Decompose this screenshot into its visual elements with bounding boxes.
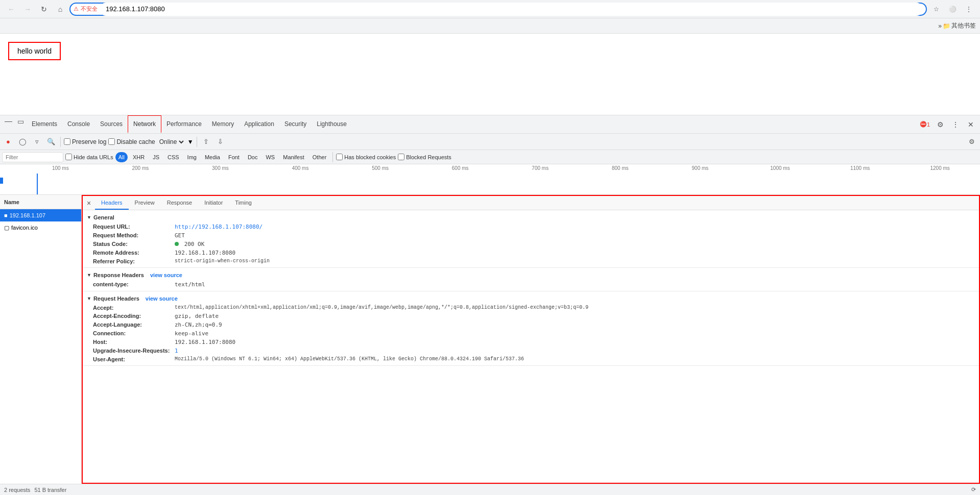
network-settings-btn[interactable]: ⚙ — [966, 136, 978, 148]
referrer-policy-label: Referrer Policy: — [93, 258, 175, 264]
upgrade-insecure-label: Upgrade-Insecure-Requests: — [93, 348, 175, 354]
bookmark-icon[interactable]: ☆ — [929, 2, 943, 16]
file-item-main[interactable]: ■ 192.168.1.107 — [0, 209, 81, 221]
tab-lighthouse[interactable]: Lighthouse — [312, 115, 352, 133]
filter-js-btn[interactable]: JS — [150, 152, 162, 162]
settings-btn[interactable]: ⚙ — [933, 117, 947, 132]
file-list: Name ■ 192.168.1.107 ▢ favicon.ico — [0, 195, 82, 484]
timeline-label-6: 700 ms — [500, 165, 580, 171]
tab-console[interactable]: Console — [62, 115, 95, 133]
filter-img-btn[interactable]: Img — [184, 152, 200, 162]
detail-tab-timing[interactable]: Timing — [229, 196, 258, 210]
detail-tab-response[interactable]: Response — [161, 196, 199, 210]
devtools-panel: ⸻ ▭ Elements Console Sources Network Per… — [0, 115, 980, 495]
general-section-title: General — [87, 212, 975, 222]
browser-toolbar: ← → ↻ ⌂ ⚠ 不安全 ☆ ⚪ ⋮ — [0, 0, 980, 18]
accept-language-value: zh-CN,zh;q=0.9 — [175, 321, 222, 328]
general-section: General Request URL: http://192.168.1.10… — [83, 210, 979, 268]
timeline-label-5: 600 ms — [420, 165, 500, 171]
has-blocked-label[interactable]: Has blocked cookies — [336, 154, 396, 160]
close-devtools-btn[interactable]: ✕ — [964, 117, 978, 132]
content-type-row: content-type: text/html — [87, 280, 975, 289]
blocked-requests-text: Blocked Requests — [406, 154, 451, 160]
tab-elements[interactable]: Elements — [27, 115, 62, 133]
file-item-favicon[interactable]: ▢ favicon.ico — [0, 221, 81, 234]
tab-sources[interactable]: Sources — [95, 115, 128, 133]
tab-security[interactable]: Security — [279, 115, 312, 133]
clear-btn[interactable]: ◯ — [16, 136, 29, 148]
upgrade-insecure-row: Upgrade-Insecure-Requests: 1 — [87, 346, 975, 355]
transfer-size: 51 B transfer — [34, 487, 66, 493]
detail-content: General Request URL: http://192.168.1.10… — [83, 210, 979, 483]
filter-row: Hide data URLs All XHR JS CSS Img Media … — [0, 150, 980, 164]
reload-button[interactable]: ↻ — [37, 2, 51, 16]
filter-font-btn[interactable]: Font — [225, 152, 243, 162]
filter-all-btn[interactable]: All — [115, 152, 128, 162]
error-count-badge[interactable]: ⛔ 1 — [918, 117, 932, 132]
has-blocked-text: Has blocked cookies — [344, 154, 396, 160]
blocked-requests-checkbox[interactable] — [398, 154, 404, 160]
export-btn[interactable]: ⇩ — [214, 136, 227, 148]
search-btn[interactable]: 🔍 — [45, 136, 57, 148]
detail-tab-headers[interactable]: Headers — [95, 196, 129, 210]
request-view-source[interactable]: view source — [146, 295, 178, 302]
accept-language-label: Accept-Language: — [93, 321, 175, 328]
forward-button[interactable]: → — [20, 2, 35, 16]
request-url-label: Request URL: — [93, 224, 175, 230]
timeline-labels: 100 ms 200 ms 300 ms 400 ms 500 ms 600 m… — [0, 165, 980, 171]
hide-data-urls-checkbox[interactable] — [65, 154, 72, 160]
detail-close-btn[interactable]: × — [83, 196, 95, 210]
record-btn[interactable]: ● — [2, 136, 14, 148]
timeline-label-11: 1200 ms — [900, 165, 980, 171]
tab-memory[interactable]: Memory — [207, 115, 239, 133]
has-blocked-checkbox[interactable] — [336, 154, 343, 160]
more-btn[interactable]: ⋮ — [948, 117, 963, 132]
filter-ws-btn[interactable]: WS — [262, 152, 278, 162]
status-code-row: Status Code: 200 OK — [87, 240, 975, 249]
hide-data-urls-label[interactable]: Hide data URLs — [65, 154, 113, 160]
throttle-select[interactable]: Online — [157, 138, 185, 146]
address-bar[interactable] — [100, 3, 923, 16]
timeline-label-3: 400 ms — [260, 165, 341, 171]
accept-encoding-label: Accept-Encoding: — [93, 313, 175, 319]
filter-manifest-btn[interactable]: Manifest — [280, 152, 307, 162]
disable-cache-checkbox[interactable] — [108, 138, 115, 145]
home-button[interactable]: ⌂ — [53, 2, 67, 16]
profile-icon[interactable]: ⚪ — [945, 2, 960, 16]
request-method-label: Request Method: — [93, 232, 175, 239]
tab-performance[interactable]: Performance — [161, 115, 207, 133]
detail-tab-initiator[interactable]: Initiator — [198, 196, 229, 210]
devtools-tabbar: ⸻ ▭ Elements Console Sources Network Per… — [0, 115, 980, 134]
back-button[interactable]: ← — [4, 2, 18, 16]
timeline-label-4: 500 ms — [340, 165, 420, 171]
preserve-log-label[interactable]: Preserve log — [64, 138, 106, 145]
inspect-element-btn[interactable]: ⸻ — [2, 115, 14, 128]
security-warning-icon: ⚠ — [74, 6, 79, 12]
device-toggle-btn[interactable]: ▭ — [14, 115, 27, 128]
filter-other-btn[interactable]: Other — [309, 152, 330, 162]
tab-application[interactable]: Application — [239, 115, 279, 133]
filter-css-btn[interactable]: CSS — [164, 152, 182, 162]
blocked-requests-label[interactable]: Blocked Requests — [398, 154, 451, 160]
detail-tab-preview[interactable]: Preview — [129, 196, 161, 210]
preserve-log-checkbox[interactable] — [64, 138, 70, 145]
bookmarks-chevron[interactable]: » — [938, 22, 942, 30]
accept-value: text/html,application/xhtml+xml,applicat… — [175, 305, 588, 311]
filter-media-btn[interactable]: Media — [202, 152, 223, 162]
filter-input[interactable] — [2, 152, 63, 162]
remote-address-row: Remote Address: 192.168.1.107:8080 — [87, 249, 975, 257]
network-toolbar: ● ◯ ▿ 🔍 Preserve log Disable cache Onlin… — [0, 134, 980, 150]
tab-network[interactable]: Network — [128, 115, 161, 133]
filter-doc-btn[interactable]: Doc — [245, 152, 261, 162]
request-count: 2 requests — [4, 487, 30, 493]
response-view-source[interactable]: view source — [150, 272, 182, 278]
filter-btn[interactable]: ▿ — [31, 136, 43, 148]
disable-cache-label[interactable]: Disable cache — [108, 138, 155, 145]
menu-icon[interactable]: ⋮ — [962, 2, 976, 16]
other-bookmarks-label[interactable]: 其他书签 — [951, 21, 976, 30]
import-btn[interactable]: ⇧ — [200, 136, 212, 148]
status-dot — [175, 242, 179, 246]
filter-sep — [332, 152, 333, 162]
user-agent-label: User-Agent: — [93, 356, 175, 362]
filter-xhr-btn[interactable]: XHR — [130, 152, 148, 162]
